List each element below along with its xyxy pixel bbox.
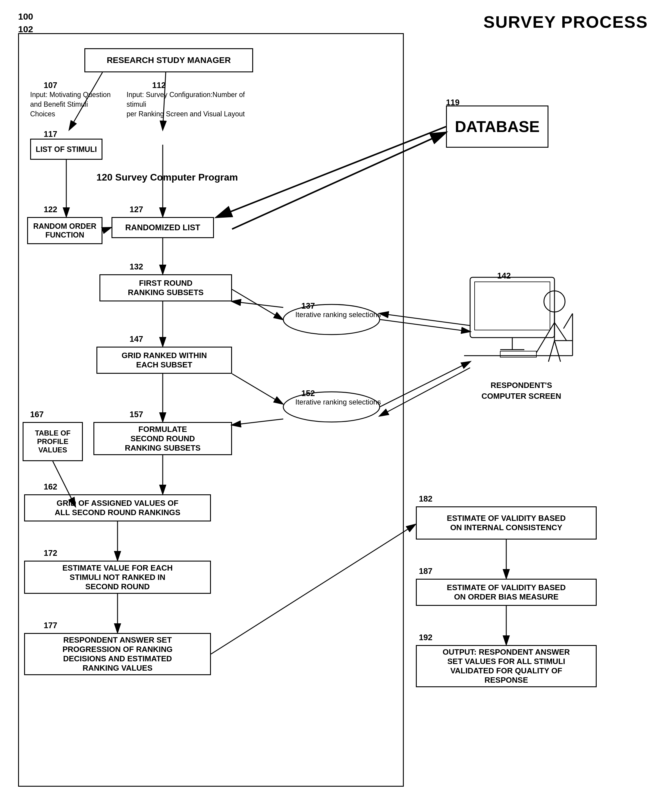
label-172: 172 (44, 549, 57, 558)
randomized-list-box: RANDOMIZED LIST (112, 217, 214, 238)
label-167: 167 (30, 410, 44, 419)
grid-of-assigned-values-box: GRID OF ASSIGNED VALUES OFALL SECOND ROU… (24, 494, 211, 522)
list-of-stimuli-box: LIST OF STIMULI (30, 139, 102, 160)
svg-rect-43 (500, 351, 536, 357)
svg-rect-29 (470, 277, 555, 337)
formulate-second-round-box: FORMULATESECOND ROUNDRANKING SUBSETS (94, 422, 232, 455)
estimate-validity-internal-box: ESTIMATE OF VALIDITY BASEDON INTERNAL CO… (416, 506, 597, 540)
svg-line-39 (555, 341, 560, 362)
label-182: 182 (419, 494, 432, 504)
label-120: 120 Survey Computer Program (96, 172, 238, 183)
label-142: 142 (497, 271, 511, 280)
table-of-profile-values-box: TABLE OFPROFILEVALUES (23, 422, 83, 461)
label-152: 152 (302, 389, 315, 398)
label-132: 132 (129, 262, 143, 272)
first-round-ranking-subsets-box: FIRST ROUNDRANKING SUBSETS (99, 274, 232, 301)
page: SURVEY PROCESS 100 102 RESEARCH STUDY MA… (0, 0, 672, 809)
label-137: 137 (302, 301, 315, 311)
annotation-152: Iterative ranking selections (295, 398, 381, 406)
label-162: 162 (44, 482, 57, 492)
fig-label-102: 102 (18, 24, 33, 34)
grid-ranked-box: GRID RANKED WITHINEACH SUBSET (96, 347, 232, 374)
label-122: 122 (44, 205, 57, 214)
label-192: 192 (419, 633, 432, 642)
label-147: 147 (129, 334, 143, 344)
annotation-112: Input: Survey Configuration:Number of st… (127, 90, 256, 119)
label-112: 112 (152, 81, 166, 90)
label-119: 119 (446, 98, 459, 107)
estimate-validity-order-box: ESTIMATE OF VALIDITY BASEDON ORDER BIAS … (416, 579, 597, 606)
svg-line-37 (555, 322, 566, 341)
fig-label-100: 100 (18, 12, 33, 22)
respondent-answer-set-box: RESPONDENT ANSWER SETPROGRESSION OF RANK… (24, 633, 211, 675)
label-157: 157 (129, 410, 143, 419)
label-107: 107 (44, 81, 57, 90)
annotation-107: Input: Motivating Questionand Benefit St… (30, 90, 112, 119)
output-respondent-box: OUTPUT: RESPONDENT ANSWERSET VALUES FOR … (416, 645, 597, 687)
label-177: 177 (44, 621, 57, 630)
page-title: SURVEY PROCESS (483, 12, 648, 32)
svg-rect-30 (474, 282, 550, 330)
random-order-function-box: RANDOM ORDERFUNCTION (27, 217, 102, 244)
label-187: 187 (419, 567, 432, 576)
svg-line-40 (563, 314, 573, 329)
estimate-value-box: ESTIMATE VALUE FOR EACHSTIMULI NOT RANKE… (24, 561, 211, 594)
annotation-137: Iterative ranking selections (295, 311, 381, 319)
svg-line-38 (548, 341, 555, 362)
svg-line-36 (536, 322, 555, 352)
svg-point-34 (544, 291, 565, 312)
research-study-manager-box: RESEARCH STUDY MANAGER (84, 48, 253, 72)
respondents-computer-label: RESPONDENT'SCOMPUTER SCREEN (476, 380, 566, 402)
database-box: DATABASE (446, 106, 548, 148)
label-117: 117 (44, 129, 57, 139)
label-127: 127 (129, 205, 143, 214)
